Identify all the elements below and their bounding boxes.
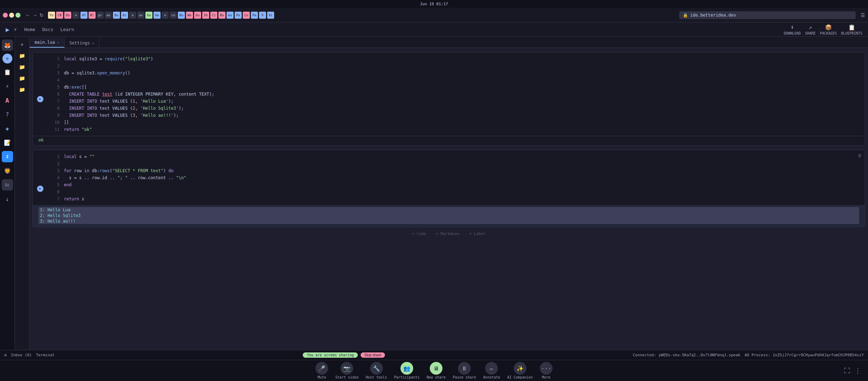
lock-icon: 🔒 <box>683 13 688 18</box>
window-minimize[interactable] <box>9 13 14 18</box>
address-bar[interactable]: 🔒 ide.betteridea.dev <box>679 11 856 19</box>
add-label-cell[interactable]: + Label <box>466 231 488 237</box>
terminal-status[interactable]: Terminal <box>36 353 55 357</box>
window-close[interactable] <box>3 13 8 18</box>
status-bar: ⚙ Inbox (0) Terminal You are screen shar… <box>0 350 868 360</box>
window-maximize[interactable] <box>16 13 20 18</box>
ext-bu3[interactable]: bu <box>194 12 201 19</box>
file-sidebar-folder3[interactable]: 📁 <box>17 73 28 83</box>
ext-ci[interactable]: Ci <box>210 12 217 19</box>
inbox-status[interactable]: Inbox (0) <box>11 353 32 357</box>
ext-gh3[interactable]: ⊙ <box>162 12 169 19</box>
ext-sh[interactable]: Sh <box>202 12 209 19</box>
ext-yo[interactable]: Yo <box>48 12 55 19</box>
system-time: Jun 19 01:17 <box>420 2 448 6</box>
ext-pin[interactable]: pr <box>97 12 104 19</box>
sidebar-icon-sc[interactable]: Sc <box>2 179 13 190</box>
ext-af[interactable]: Af <box>80 12 88 19</box>
new-share-icon: 🖥 <box>430 362 442 375</box>
sidebar-icon-vscode[interactable]: ◈ <box>2 123 13 134</box>
add-markdown-cell[interactable]: + Markdown <box>433 231 462 237</box>
browser-menu[interactable]: ☰ <box>861 12 865 18</box>
ext-vii[interactable]: Vi <box>267 12 274 19</box>
pause-share-button[interactable]: ⏸ Pause share <box>453 362 476 379</box>
app-header: ▶ ⚡ Home Docs Learn ⬇ DOWNLOAD ↗ SHARE 📦… <box>0 23 868 37</box>
header-packages[interactable]: 📦 PACKAGES <box>820 24 837 35</box>
ext-ge[interactable]: Ge <box>153 12 161 19</box>
sidebar-icon-brave[interactable]: 🦁 <box>2 165 13 176</box>
delete-cell-2[interactable]: 🗑 <box>858 153 862 158</box>
nav-refresh[interactable]: ↻ <box>40 12 44 18</box>
settings-status[interactable]: ⚙ <box>4 353 7 357</box>
run-button-1[interactable]: ▶ <box>37 96 43 102</box>
new-share-button[interactable]: 🖥 New share <box>427 362 446 379</box>
cell-1-output-text: ok <box>38 138 43 143</box>
sidebar-icon-circle[interactable]: ⊙ <box>2 54 12 64</box>
stop-share-button[interactable]: Stop share <box>361 352 385 358</box>
ext-we[interactable]: We <box>186 12 193 19</box>
sidebar-icon-zoom[interactable]: Z <box>2 151 13 162</box>
sidebar-toggle[interactable]: ▶ <box>6 26 10 33</box>
sidebar-icon-editor[interactable]: 📝 <box>2 137 13 148</box>
ext-c[interactable]: C# <box>56 12 63 19</box>
mute-button[interactable]: 🎤 Mute <box>315 362 328 379</box>
tab-settings[interactable]: Settings ✕ <box>65 38 100 48</box>
ext-co[interactable]: co <box>170 12 177 19</box>
inbox-label: Inbox (0) <box>11 353 32 357</box>
ext-po[interactable]: Po <box>235 12 242 19</box>
header-download[interactable]: ⬇ DOWNLOAD <box>784 24 801 35</box>
ext-bu2[interactable]: Bu <box>178 12 185 19</box>
expand-icon[interactable]: ⛶ <box>844 367 850 374</box>
more-button[interactable]: ··· More <box>540 362 553 379</box>
mute-label: Mute <box>318 375 326 379</box>
sidebar-icon-a[interactable]: A <box>2 95 13 106</box>
add-code-cell[interactable]: + Code <box>409 231 429 237</box>
start-video-button[interactable]: 📷 Start video <box>335 362 358 379</box>
run-button-2[interactable]: ▶ <box>37 186 43 192</box>
ai-companion-button[interactable]: ✨ AI Companion <box>507 362 533 379</box>
more-options-icon[interactable]: ⋮ <box>855 367 861 374</box>
ext-pa[interactable]: Pa <box>251 12 258 19</box>
sidebar-icon-help[interactable]: ? <box>2 109 13 120</box>
video-icon: 📷 <box>340 362 353 375</box>
host-tools-button[interactable]: 🔧 Host tools <box>366 362 387 379</box>
file-sidebar-folder2[interactable]: 📁 <box>17 62 28 72</box>
download-icon: ⬇ <box>791 24 794 31</box>
sidebar-icon-download[interactable]: ↓ <box>2 193 13 205</box>
nav-forward[interactable]: → <box>32 12 37 18</box>
tab-main-lua-close[interactable]: ✕ <box>57 41 59 44</box>
app-nav: Home Docs Learn <box>24 25 74 34</box>
ext-gh2[interactable]: ⊙ <box>129 12 136 19</box>
file-sidebar-folder1[interactable]: 📁 <box>17 51 28 61</box>
nav-back[interactable]: ← <box>25 12 30 18</box>
terminal-label: Terminal <box>36 353 55 357</box>
sidebar-icon-notes[interactable]: 📋 <box>2 66 13 78</box>
ai-companion-label: AI Companion <box>507 375 533 379</box>
ext-bu[interactable]: Bu <box>113 12 120 19</box>
ext-vi[interactable]: V <box>259 12 266 19</box>
tab-main-lua[interactable]: main.lua ✕ <box>30 38 65 48</box>
ext-cu[interactable]: Cu <box>243 12 250 19</box>
ext-ku[interactable]: ku <box>227 12 234 19</box>
sidebar-icon-firefox[interactable]: 🦊 <box>2 40 13 51</box>
file-sidebar-add[interactable]: + <box>17 40 28 49</box>
ext-go[interactable]: Go <box>145 12 152 19</box>
window-controls[interactable] <box>3 13 20 18</box>
file-sidebar-folder4[interactable]: 📁 <box>17 85 28 95</box>
header-blueprints[interactable]: 📋 BLUEPRINTS <box>841 24 862 35</box>
nav-docs[interactable]: Docs <box>42 25 53 34</box>
ext-ao2[interactable]: ao <box>137 12 144 19</box>
ext-bu4[interactable]: Bu <box>218 12 225 19</box>
nav-learn[interactable]: Learn <box>60 25 74 34</box>
tab-settings-close[interactable]: ✕ <box>92 41 94 45</box>
ext-ao1[interactable]: ao <box>105 12 112 19</box>
header-share[interactable]: ↗ SHARE <box>805 24 816 35</box>
ext-gh1[interactable]: ⊙ <box>72 12 79 19</box>
ext-w[interactable]: W! <box>89 12 96 19</box>
ext-ar[interactable]: Ar <box>121 12 128 19</box>
participants-button[interactable]: 👥 Participants <box>394 362 420 379</box>
ext-do[interactable]: Do <box>64 12 71 19</box>
annotate-button[interactable]: ✏ Annotate <box>483 362 500 379</box>
nav-home[interactable]: Home <box>24 25 35 34</box>
sidebar-icon-bolt[interactable]: ⚡ <box>2 80 13 92</box>
